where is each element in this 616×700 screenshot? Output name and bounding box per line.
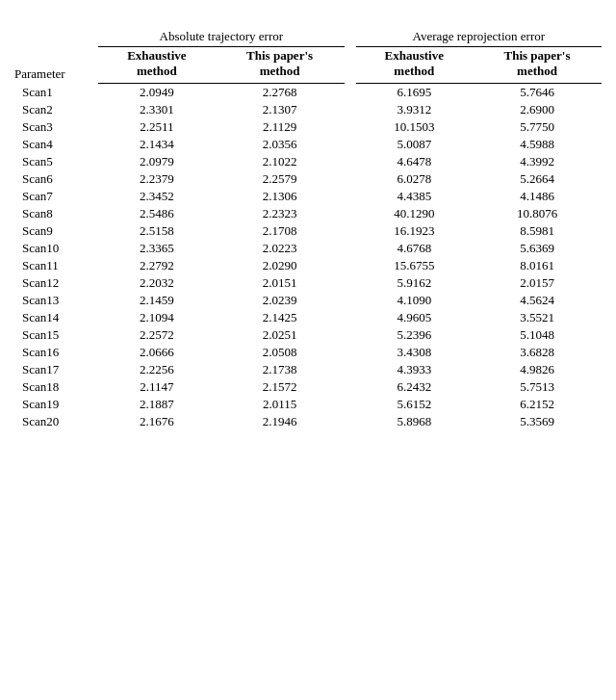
data-cell: 2.1094 [98,309,215,326]
table-row: Scan132.14592.02394.10904.5624 [14,292,602,309]
scan-label: Scan11 [14,257,98,274]
scan-label: Scan16 [14,344,98,361]
data-cell: 2.1307 [216,101,345,118]
data-cell: 6.2152 [473,396,602,413]
spacer3 [345,64,356,84]
data-cell: 2.0239 [216,292,345,309]
data-cell: 4.3933 [356,361,473,378]
data-cell: 4.6478 [356,153,473,170]
data-cell: 5.2664 [473,170,602,188]
data-cell: 6.2432 [356,378,473,396]
data-cell: 10.8076 [473,205,602,222]
table-row: Scan202.16762.19465.89685.3569 [14,413,602,430]
ate-exhaustive-label2: method [98,64,215,84]
data-cell: 2.0666 [98,344,215,361]
scan-label: Scan18 [14,378,98,396]
spacer-cell [345,136,356,153]
data-cell: 8.0161 [473,257,602,274]
data-cell: 4.5624 [473,292,602,309]
data-cell: 2.2379 [98,170,215,188]
data-cell: 2.0251 [216,326,345,344]
data-cell: 5.6152 [356,396,473,413]
spacer-cell [345,274,356,292]
data-cell: 5.7513 [473,378,602,396]
scan-label: Scan14 [14,309,98,326]
are-exhaustive-label1: Exhaustive [356,47,473,65]
data-cell: 2.1738 [216,361,345,378]
scan-label: Scan2 [14,101,98,118]
data-cell: 5.8968 [356,413,473,430]
data-cell: 4.9605 [356,309,473,326]
data-cell: 2.2572 [98,326,215,344]
table-row: Scan122.20322.01515.91622.0157 [14,274,602,292]
table-row: Scan72.34522.13064.43854.1486 [14,188,602,205]
data-cell: 4.5988 [473,136,602,153]
spacer-cell [345,188,356,205]
data-cell: 2.3365 [98,240,215,257]
data-cell: 2.1887 [98,396,215,413]
are-thispaper-label1: This paper's [473,47,602,65]
data-cell: 5.0087 [356,136,473,153]
data-cell: 2.0157 [473,274,602,292]
data-cell: 5.6369 [473,240,602,257]
table-row: Scan162.06662.05083.43083.6828 [14,344,602,361]
table-body: Scan12.09492.27686.16955.7646Scan22.3301… [14,84,602,431]
data-cell: 4.3992 [473,153,602,170]
data-cell: 2.1946 [216,413,345,430]
data-cell: 5.3569 [473,413,602,430]
spacer-cell [345,101,356,118]
table-row: Scan82.54862.232340.129010.8076 [14,205,602,222]
data-cell: 2.0115 [216,396,345,413]
are-header: Average reprojection error [356,29,602,47]
scan-label: Scan20 [14,413,98,430]
table-row: Scan42.14342.03565.00874.5988 [14,136,602,153]
table-row: Scan192.18872.01155.61526.2152 [14,396,602,413]
spacer-cell [345,205,356,222]
spacer-cell [345,240,356,257]
spacer-cell [345,257,356,274]
data-cell: 5.7750 [473,118,602,136]
data-cell: 2.5486 [98,205,215,222]
spacer-cell [345,378,356,396]
data-cell: 2.2256 [98,361,215,378]
data-cell: 2.2792 [98,257,215,274]
data-cell: 5.9162 [356,274,473,292]
data-cell: 2.0508 [216,344,345,361]
spacer-cell [345,118,356,136]
data-cell: 2.0290 [216,257,345,274]
data-cell: 2.5158 [98,222,215,240]
ate-thispaper-label1: This paper's [216,47,345,65]
scan-label: Scan15 [14,326,98,344]
data-cell: 2.1147 [98,378,215,396]
table-row: Scan182.11472.15726.24325.7513 [14,378,602,396]
data-table: Parameter Absolute trajectory error Aver… [14,29,602,430]
data-cell: 4.6768 [356,240,473,257]
scan-label: Scan8 [14,205,98,222]
are-thispaper-label2: method [473,64,602,84]
ate-thispaper-label2: method [216,64,345,84]
spacer2 [345,47,356,65]
data-cell: 2.1434 [98,136,215,153]
ate-header: Absolute trajectory error [98,29,344,47]
table-row: Scan62.23792.25796.02785.2664 [14,170,602,188]
spacer-cell [345,153,356,170]
data-cell: 2.1129 [216,118,345,136]
spacer [345,29,356,47]
data-cell: 2.1022 [216,153,345,170]
data-cell: 3.4308 [356,344,473,361]
scan-label: Scan5 [14,153,98,170]
table-row: Scan32.25112.112910.15035.7750 [14,118,602,136]
data-cell: 4.1090 [356,292,473,309]
data-cell: 5.7646 [473,84,602,102]
data-cell: 3.6828 [473,344,602,361]
header-row-main: Parameter Absolute trajectory error Aver… [14,29,602,47]
data-cell: 2.1572 [216,378,345,396]
data-cell: 2.1306 [216,188,345,205]
data-cell: 3.5521 [473,309,602,326]
data-cell: 2.3452 [98,188,215,205]
spacer-cell [345,396,356,413]
table-row: Scan92.51582.170816.19238.5981 [14,222,602,240]
data-cell: 2.1708 [216,222,345,240]
spacer-cell [345,413,356,430]
data-cell: 2.1459 [98,292,215,309]
